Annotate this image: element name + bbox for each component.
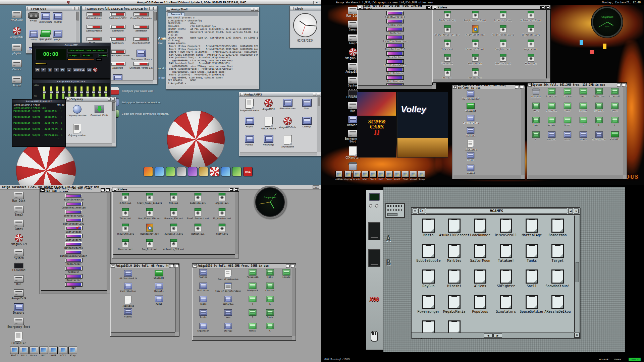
dock-icon[interactable] [221,167,230,176]
drawer-item[interactable]: Picasso96 [244,269,261,282]
dock-item[interactable]: Snoop [386,171,393,180]
depth-gadget[interactable] [520,85,525,88]
dock-icon[interactable] [177,167,186,176]
video-file[interactable]: Menace_320.avi [162,208,186,224]
vertical-scrollbar[interactable] [153,11,157,80]
window-games-wb2[interactable]: Games 49% full, 146.6GB free, 140.3GB in… [357,5,437,89]
window-system-wb2[interactable]: System 26% full, 661.2MB free, 138.7MB i… [527,82,627,180]
dock-item[interactable]: Shell [10,347,19,357]
game-item[interactable]: BattletoadsCD32 [63,218,84,225]
x68-file-item[interactable]: SDFighter [493,269,519,294]
video-file[interactable]: Menace_320.avi [461,40,489,54]
depth-gadget[interactable] [153,7,156,10]
drive-b-icon[interactable]: B [386,258,391,267]
fpse-icon[interactable]: FPSE [28,12,40,30]
game-item[interactable]: Benefactor [386,51,404,59]
video-file[interactable]: Batman.avi [461,68,489,78]
panel-button[interactable] [375,204,378,207]
video-file[interactable]: Jurassic_3.avi [162,224,186,239]
window-amigaamp3[interactable]: AmigaAMP3 AmigaAMP3.readme AmigaAMP3 [239,92,321,156]
dock-icon[interactable] [144,167,153,176]
drawer-item[interactable]: WBStartup [213,296,244,309]
games-titlebar[interactable]: Games 49% full, 146.5GB free, 140.3GB in… [40,188,111,192]
floppy-drive-a[interactable] [368,222,380,240]
vertical-scrollbar[interactable] [521,89,525,175]
video-file[interactable]: Scary_Movie_144.avi [138,193,162,208]
game-item[interactable]: Saint&Greavsie [385,11,405,18]
video-file[interactable]: Angels.avi [210,193,234,208]
desktop-icon[interactable]: Amiga0541 [5,27,29,39]
video-file[interactable]: Final Fantasi.avi [489,25,517,40]
horizontal-scrollbar[interactable] [240,153,317,156]
horizontal-scrollbar[interactable] [66,143,112,146]
fpse-titlebar[interactable]: FPSE-OS4 [26,6,80,11]
dock-icon[interactable]: UAE [243,167,253,176]
os39a-titlebar[interactable]: Amiga0S3.9 100% full, 0B free, 467.8MB i… [110,264,179,268]
drawer-item[interactable]: OS-Version3.9 [455,91,486,102]
amp-transport-button[interactable]: ■ [54,68,59,72]
drive-a-icon[interactable]: A [386,234,391,243]
game-item[interactable]: BAT [65,282,83,290]
drawer-item[interactable]: Prefs [194,310,213,322]
close-gadget[interactable] [40,188,45,192]
game-item[interactable]: ConanTheCimmerian [62,202,86,209]
desktop-icon[interactable]: System [6,249,32,260]
amp-volume-slider[interactable] [67,59,94,60]
x68-file-item[interactable]: Target [545,243,571,269]
shell-console[interactable]: New Shell process 5 5.Amiga0541:> showco… [167,16,258,85]
vertical-scrollbar[interactable] [175,268,179,332]
dock-icon[interactable] [210,167,219,176]
dock-item[interactable]: Mail [378,171,385,180]
playlist-titlebar[interactable]: AmigaAMP PLAYLIST [12,100,65,103]
game-item[interactable]: Battletoads [386,67,404,75]
x68-accessory-panel[interactable] [385,203,405,218]
drawer-item[interactable]: Utilities [194,283,213,295]
video-file[interactable]: 15_Minutes.avi [210,208,234,224]
video-file[interactable]: TheGrinch.avi [113,224,138,239]
depth-gadget[interactable] [112,98,115,101]
zoom-gadget[interactable] [540,6,545,9]
drawer-item[interactable]: Fonts [607,103,623,117]
window-videos-wb2[interactable]: Videos TheGrinch.avi Red_Planet320.avi [432,5,551,83]
drawer-item[interactable]: WhoDidIt [144,270,174,283]
playlist-entry[interactable]: 1707615530043_track 04:30 [12,104,65,107]
horizontal-scrollbar[interactable] [453,176,521,179]
drawer-item[interactable]: Manuals [544,132,559,146]
scroll-left-button[interactable]: ◀ [484,334,493,338]
game-item[interactable]: ConanTheCimmerian [383,35,407,43]
drawer-item[interactable]: WhoDidIt [607,132,623,146]
amp3-icon[interactable]: AmigaAMP-Prefs [278,117,297,135]
system-titlebar[interactable]: System 26% full, 661.2MB free, 138.7MB i… [527,83,627,87]
depth-gadget[interactable] [234,188,238,191]
game-item[interactable]: Benefactor [129,25,153,37]
dock-icon[interactable] [166,167,175,176]
screen-depth-gadget[interactable]: ▣ [313,185,319,189]
drawer-item[interactable]: Audio [144,296,174,308]
drawer-item[interactable]: DirOpus4 [244,283,261,295]
game-item[interactable]: BattletoadsCD32 [384,59,406,67]
desktop-icon[interactable]: Ram Disk [6,192,32,202]
playlist-entry[interactable]: PiotrJazzCat Pacyna - Just Machine --:-- [12,128,65,134]
video-file[interactable]: Atlantis_320.avi [517,11,545,25]
drawer-item[interactable]: Locale [279,269,291,282]
x68-file-item[interactable]: AResshaDeIkou [545,294,571,320]
x68-file-item[interactable]: DiscoScroll [493,218,519,243]
video-file[interactable]: Angels.avi [517,40,545,54]
shell-tab-process5[interactable]: Process 5 [168,12,185,16]
game-item[interactable]: Battletoads [65,226,83,233]
depth-gadget[interactable] [174,264,179,267]
drawer-item[interactable]: Locale [544,117,559,132]
window-os39b[interactable]: Amiga0S39 3% full, 965.9MB free, 34MB in… [192,263,296,341]
odyssey-icon[interactable]: Odyssey readme [66,124,88,142]
os4-screen-titlebar[interactable]: AmigaOS Release 4.1 - Final Edition Upda… [0,0,321,5]
close-button[interactable]: ✕ [574,208,579,214]
zoom-gadget[interactable] [286,264,290,267]
dock-icon[interactable] [199,167,208,176]
video-file[interactable]: Jurassic_3.avi [489,11,517,25]
drawer-item[interactable]: L [262,296,278,309]
game-item[interactable]: Battlestorm [386,75,404,83]
horizontal-scrollbar[interactable] [528,176,623,179]
drawer-item[interactable]: Libs [262,269,278,282]
drawer-item[interactable]: .backdrop [113,296,144,308]
x68-file-item[interactable]: SpaceSoldier [519,294,545,320]
